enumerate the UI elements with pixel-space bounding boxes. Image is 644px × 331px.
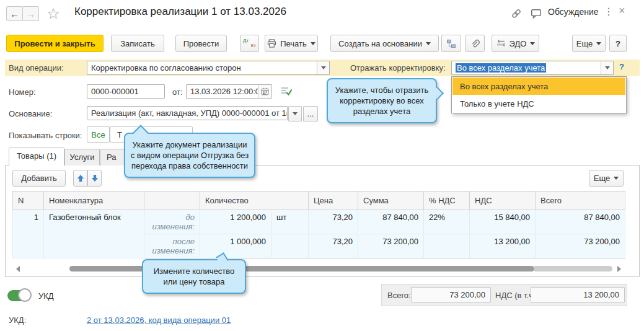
operation-type-value: Корректировка по согласованию сторон: [91, 63, 241, 73]
operation-type-caret[interactable]: [317, 61, 329, 74]
reflect-label: Отражать корректировку:: [350, 63, 446, 73]
cell-after-unit[interactable]: [271, 234, 309, 258]
reflect-value: Во всех разделах учета: [456, 63, 546, 73]
add-row-button[interactable]: Добавить: [12, 170, 66, 187]
col-item: Номенклатура: [44, 192, 144, 210]
table-more-caret: [614, 177, 619, 180]
reflect-caret[interactable]: [601, 61, 613, 74]
move-row-down-button[interactable]: [87, 170, 102, 187]
cell-after-sum[interactable]: 73 200,00: [358, 234, 424, 258]
arrow-up-icon: [77, 174, 84, 182]
page-title: Корректировка реализации 1 от 13.03.2026: [74, 6, 286, 18]
table-header-row: N Номенклатура Количество Цена Сумма % Н…: [13, 192, 625, 210]
col-n: N: [13, 192, 44, 210]
total-label: Всего:: [387, 291, 411, 300]
post-button[interactable]: Провести: [175, 35, 227, 52]
number-label: Номер:: [9, 87, 36, 97]
post-and-close-button[interactable]: Провести и закрыть: [6, 35, 104, 52]
cell-before-vat-rate[interactable]: 22%: [424, 210, 470, 234]
discussion-label[interactable]: Обсуждение: [548, 7, 599, 17]
dtkt-postings-button[interactable]: Дт Кт: [240, 35, 259, 52]
basis-dropdown-button[interactable]: [288, 106, 302, 121]
table-more-button[interactable]: Еще: [589, 170, 624, 187]
calendar-icon[interactable]: [258, 85, 271, 98]
move-row-up-button[interactable]: [73, 170, 87, 187]
edo-exchange-icon: [496, 39, 506, 48]
cell-after-qty[interactable]: 1 000,000: [200, 234, 271, 258]
ukd-label: УКД:: [9, 316, 26, 325]
print-label: Печать: [280, 39, 307, 48]
tooltip-reflect: Укажите, чтобы отразить корректировку во…: [327, 78, 437, 123]
cell-item[interactable]: Газобетонный блок: [44, 210, 144, 258]
print-button[interactable]: Печать: [265, 35, 318, 52]
table-more-label: Еще: [594, 174, 610, 183]
print-dropdown-caret: [311, 42, 315, 45]
basis-input[interactable]: Реализация (акт, накладная, УПД) 0000-00…: [87, 106, 288, 120]
help-button[interactable]: ?: [609, 35, 627, 52]
save-button[interactable]: Записать: [111, 35, 164, 52]
cell-before-unit[interactable]: шт: [271, 210, 309, 234]
arrow-down-icon: [91, 174, 99, 182]
number-input[interactable]: 0000-000001: [87, 84, 165, 99]
col-price: Цена: [309, 192, 358, 210]
more-caret: [596, 42, 601, 45]
ukd-toggle-label: УКД: [38, 291, 54, 301]
operation-type-select[interactable]: Корректировка по согласованию сторон: [87, 61, 330, 75]
cell-after-vat[interactable]: 13 200,00: [470, 234, 536, 258]
date-input[interactable]: 13.03.2026 12:00:00: [186, 84, 272, 99]
forward-button[interactable]: →: [22, 6, 39, 21]
more-button[interactable]: Еще: [572, 35, 606, 52]
col-vat-rate: % НДС: [424, 192, 470, 210]
cell-before-price[interactable]: 73,20: [309, 210, 358, 234]
more-menu-dots-icon[interactable]: ⋮: [604, 6, 614, 17]
basis-label: Основание:: [9, 109, 52, 118]
hscroll-left-arrow[interactable]: [16, 266, 20, 272]
get-link-icon[interactable]: [511, 8, 522, 19]
attachments-button[interactable]: [465, 35, 485, 52]
edo-button[interactable]: ЭДО: [492, 35, 539, 52]
tab-services[interactable]: Услуги: [64, 149, 100, 166]
back-arrow-icon: ←: [10, 9, 19, 19]
back-button[interactable]: ←: [6, 6, 23, 21]
basis-choose-button[interactable]: ...: [303, 106, 318, 121]
date-label: от:: [172, 87, 183, 97]
cell-after-total[interactable]: 73 200,00: [536, 234, 625, 258]
related-documents-button[interactable]: [441, 35, 461, 52]
col-vat: НДС: [470, 192, 536, 210]
ukd-toggle[interactable]: [7, 290, 31, 301]
dropdown-option-all-sections[interactable]: Во всех разделах учета: [452, 77, 625, 95]
tooltip-quantity: Измените количество или цену товара: [142, 259, 246, 294]
create-on-basis-caret: [426, 42, 431, 45]
ukd-document-link[interactable]: 2 от 13.03.2026, код вида операции 01: [87, 316, 231, 325]
printer-icon: [267, 39, 276, 48]
dropdown-option-vat-only[interactable]: Только в учете НДС: [452, 95, 625, 112]
reflect-dropdown-list: Во всех разделах учета Только в учете НД…: [451, 76, 627, 113]
cell-before-vat[interactable]: 15 840,00: [470, 210, 536, 234]
set-time-doc-check-icon[interactable]: [281, 86, 293, 97]
reflect-help-link[interactable]: ?: [619, 62, 624, 71]
cell-before-sum[interactable]: 87 840,00: [358, 210, 424, 234]
total-value-field: 73 200,00: [411, 287, 491, 302]
forward-arrow-icon: →: [26, 9, 35, 19]
cell-n[interactable]: 1: [13, 210, 44, 258]
tab-goods[interactable]: Товары (1): [9, 148, 64, 166]
cell-before-qty[interactable]: 1 200,000: [200, 210, 271, 234]
more-label: Еще: [576, 39, 593, 48]
cell-after-price[interactable]: 73,20: [309, 234, 358, 258]
discussion-icon[interactable]: [531, 9, 542, 19]
hscroll-thumb[interactable]: [69, 266, 534, 271]
create-on-basis-button[interactable]: Создать на основании: [330, 35, 439, 52]
cell-after-vat-rate[interactable]: [424, 234, 470, 258]
hscroll-right-arrow[interactable]: [617, 266, 621, 272]
close-icon[interactable]: ×: [619, 4, 625, 17]
hscroll-track[interactable]: [534, 266, 612, 271]
cell-before-total[interactable]: 87 840,00: [536, 210, 625, 234]
col-total: Всего: [536, 192, 625, 210]
table-row-before: 1 Газобетонный блок до изменения: 1 200,…: [13, 210, 625, 234]
favorite-star-icon[interactable]: [47, 7, 60, 20]
date-value: 13.03.2026 12:00:00: [190, 87, 264, 96]
tooltip-reflect-arrow: [431, 87, 444, 100]
reflect-select[interactable]: Во всех разделах учета: [451, 61, 614, 75]
show-rows-all-button[interactable]: Все: [87, 126, 110, 143]
show-rows-label: Показывать строки:: [9, 131, 82, 140]
